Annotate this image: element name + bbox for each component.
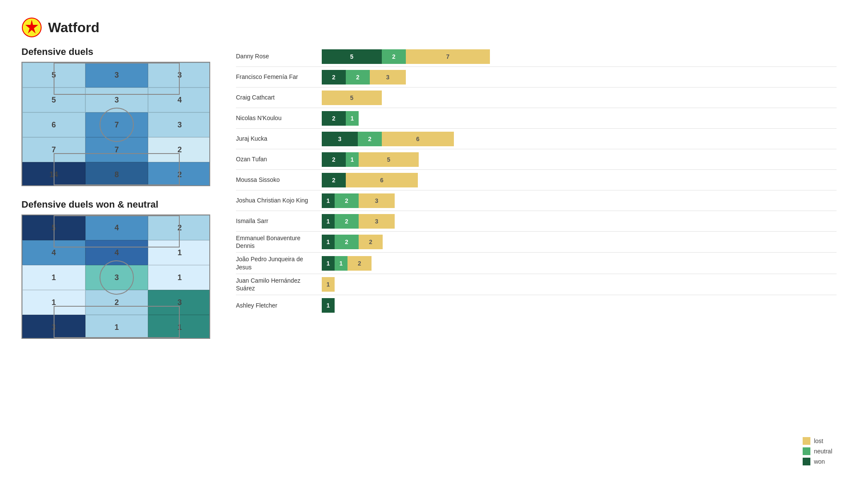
bar-neutral: 2 (346, 70, 370, 85)
player-name: Ozan Tufan (236, 155, 322, 163)
legend-won: won (803, 458, 832, 465)
bar-group: 5 (322, 91, 382, 105)
bar-neutral: 1 (346, 111, 359, 126)
player-row: Craig Cathcart5 (236, 88, 837, 108)
bar-group: 527 (322, 49, 490, 64)
player-row: Moussa Sissoko26 (236, 170, 837, 190)
bar-group: 223 (322, 70, 406, 85)
bar-group: 26 (322, 173, 418, 187)
legend-neutral-label: neutral (814, 448, 832, 455)
bar-won: 5 (322, 49, 382, 64)
player-name: Emmanuel Bonaventure Dennis (236, 234, 322, 250)
player-row: Juraj Kucka326 (236, 129, 837, 149)
player-name: Juan Camilo Hernández Suárez (236, 277, 322, 292)
bar-group: 123 (322, 193, 395, 208)
player-name: Nicolas N'Koulou (236, 114, 322, 122)
bar-neutral: 2 (335, 193, 359, 208)
legend-lost: lost (803, 437, 832, 445)
section-title-1: Defensive duels (21, 46, 219, 57)
bar-won: 1 (322, 193, 335, 208)
legend-lost-box (803, 437, 810, 445)
bar-won: 1 (322, 256, 335, 271)
pitch-cell: 1 (148, 265, 210, 290)
bar-won: 1 (322, 298, 335, 313)
bar-group: 122 (322, 235, 383, 249)
defensive-duels-section: Defensive duels 5335346737721482 (21, 46, 219, 186)
bar-group: 215 (322, 152, 419, 167)
bar-won: 2 (322, 111, 346, 126)
player-name: Francisco Femenía Far (236, 73, 322, 81)
bar-lost: 2 (347, 256, 372, 271)
player-name: Ashley Fletcher (236, 302, 322, 309)
pitch-cell: 3 (148, 112, 210, 137)
bar-lost: 6 (346, 173, 418, 187)
bar-group: 326 (322, 132, 454, 146)
player-row: Ismaïla Sarr123 (236, 211, 837, 232)
top-penalty-area (54, 215, 179, 247)
pitch-map-2: 542441131123311 (21, 214, 210, 339)
bar-neutral: 2 (335, 214, 359, 229)
bar-group: 112 (322, 256, 372, 271)
bar-group: 1 (322, 298, 335, 313)
player-name: Craig Cathcart (236, 94, 322, 101)
section-title-2: Defensive duels won & neutral (21, 199, 219, 210)
bottom-penalty-area (54, 153, 179, 185)
center-circle (100, 108, 134, 142)
player-name: Juraj Kucka (236, 135, 322, 142)
legend-lost-label: lost (814, 438, 823, 444)
player-row: Juan Camilo Hernández Suárez1 (236, 274, 837, 295)
player-row: Ashley Fletcher1 (236, 295, 837, 316)
legend-won-box (803, 458, 810, 465)
bar-neutral: 2 (382, 49, 406, 64)
player-row: Emmanuel Bonaventure Dennis122 (236, 232, 837, 253)
player-name: Ismaïla Sarr (236, 217, 322, 225)
bar-won: 2 (322, 70, 346, 85)
top-penalty-area (54, 63, 179, 95)
player-row: Danny Rose527 (236, 46, 837, 67)
pitch-cell: 6 (22, 112, 85, 137)
legend: lost neutral won (803, 437, 832, 465)
bar-group: 1 (322, 277, 335, 292)
bar-group: 21 (322, 111, 359, 126)
legend-neutral-box (803, 447, 810, 455)
bar-neutral: 2 (335, 235, 359, 249)
bar-neutral: 2 (358, 132, 382, 146)
bar-won: 2 (322, 152, 346, 167)
bar-group: 123 (322, 214, 395, 229)
page-wrapper: Watford Defensive duels 5335346737721482… (0, 0, 858, 356)
player-row: Nicolas N'Koulou21 (236, 108, 837, 129)
bar-won: 2 (322, 173, 346, 187)
bar-chart-section: Danny Rose527Francisco Femenía Far223Cra… (236, 46, 837, 339)
center-circle (100, 260, 134, 295)
pitch-cell: 1 (22, 265, 85, 290)
bar-lost: 3 (359, 193, 395, 208)
legend-neutral: neutral (803, 447, 832, 455)
player-row: Joshua Christian Kojo King123 (236, 190, 837, 211)
bottom-penalty-area (54, 306, 179, 338)
legend-won-label: won (814, 458, 825, 465)
bar-lost: 7 (406, 49, 490, 64)
bar-lost: 5 (359, 152, 419, 167)
bar-neutral: 1 (335, 256, 347, 271)
bar-won: 1 (322, 214, 335, 229)
main-content: Defensive duels 5335346737721482 Defensi… (21, 46, 837, 339)
player-name: Moussa Sissoko (236, 176, 322, 184)
player-row: Ozan Tufan215 (236, 149, 837, 170)
player-row: Francisco Femenía Far223 (236, 67, 837, 88)
left-column: Defensive duels 5335346737721482 Defensi… (21, 46, 219, 339)
player-name: Danny Rose (236, 52, 322, 60)
bar-lost: 3 (370, 70, 406, 85)
bar-neutral: 1 (346, 152, 359, 167)
team-title: Watford (48, 20, 100, 36)
bar-lost: 2 (359, 235, 383, 249)
bar-lost: 5 (322, 91, 382, 105)
player-name: João Pedro Junqueira de Jesus (236, 255, 322, 271)
player-row: João Pedro Junqueira de Jesus112 (236, 253, 837, 274)
team-logo (21, 17, 42, 38)
pitch-map-1: 5335346737721482 (21, 62, 210, 186)
header: Watford (21, 17, 837, 38)
defensive-duels-won-section: Defensive duels won & neutral 5424411311… (21, 199, 219, 339)
bar-lost: 3 (359, 214, 395, 229)
player-name: Joshua Christian Kojo King (236, 196, 322, 204)
bar-won: 1 (322, 235, 335, 249)
